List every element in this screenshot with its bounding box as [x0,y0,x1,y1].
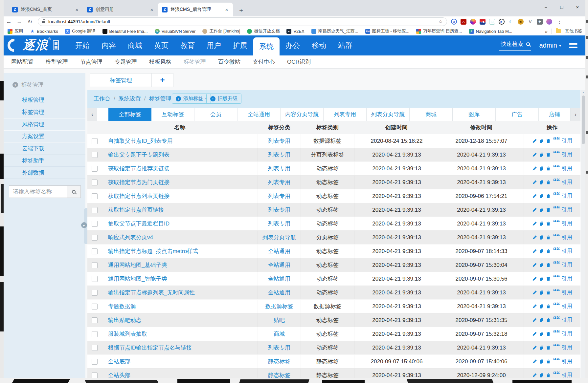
copy-icon[interactable] [539,318,544,323]
window-maximize-button[interactable]: □ [554,0,570,14]
main-nav-item-6[interactable]: 扩展 [227,35,253,55]
tag-name-link[interactable]: 根据节点ID输出指定节点名与链接 [102,341,258,354]
row-checkbox[interactable] [92,304,98,309]
row-checkbox[interactable] [92,235,98,241]
copy-icon[interactable] [539,359,544,364]
bookmark-item-0[interactable]: 应用 [8,28,23,34]
delete-icon[interactable] [546,152,551,157]
delete-icon[interactable] [546,207,551,212]
delete-icon[interactable] [546,290,551,295]
quote-label[interactable]: 引用 [562,248,572,255]
delete-icon[interactable] [546,318,551,323]
tag-search-input[interactable] [9,185,67,198]
ext-icon-puzzle[interactable]: ✚ [537,19,543,25]
main-nav-item-5[interactable]: 用户 [201,35,227,55]
window-minimize-button[interactable]: − [538,0,554,14]
tag-name-link[interactable]: 专题数据源 [102,300,258,313]
tag-name-link[interactable]: 获取指定节点列表页链接 [102,189,258,203]
edit-icon[interactable] [532,249,537,254]
ext-icon-a[interactable]: a [451,19,457,25]
quote-label[interactable]: 引用 [562,262,572,268]
quote-label[interactable]: 引用 [562,275,572,282]
other-bookmarks-label[interactable]: 其他书签 [565,28,582,34]
hamburger-icon[interactable] [569,43,577,48]
tag-name-link[interactable]: 服装城列表抽取 [102,327,258,341]
bookmark-item-4[interactable]: VVisualSVN Server [155,29,196,34]
bookmark-item-2[interactable]: 文Google 翻译 [65,28,96,34]
quote-label[interactable]: 引用 [562,165,572,172]
quote-action[interactable]: ““ [553,262,559,268]
filter-tab-2[interactable]: 会员 [194,108,237,121]
quote-action[interactable]: ““ [553,193,559,200]
sub-nav-item-3[interactable]: 专题管理 [115,58,137,66]
bookmark-item-5[interactable]: 工作台 [Jenkins] [202,28,240,34]
quote-label[interactable]: 引用 [562,358,572,365]
edit-icon[interactable] [532,290,537,295]
tag-name-link[interactable]: 全站头部 [102,369,258,378]
ext-icon-v[interactable]: V [527,19,533,25]
quote-label[interactable]: 引用 [562,234,572,241]
quote-label[interactable]: 引用 [562,344,572,351]
back-icon[interactable]: ← [4,18,14,25]
tab-close-icon[interactable]: × [149,7,155,12]
delete-icon[interactable] [546,331,551,336]
quote-label[interactable]: 引用 [562,193,572,200]
bookmark-item-8[interactable]: 南昌历史天气_江西... [311,28,358,34]
bookmark-star-icon[interactable]: ☆ [439,19,443,25]
sidebar-item-4[interactable]: 云端下载 [4,142,85,155]
sidebar-collapse-icon[interactable]: ▸ [81,222,87,228]
scrollbar-thumb[interactable] [582,96,585,144]
filter-tab-4[interactable]: 内容分页导航 [281,108,324,121]
row-checkbox[interactable] [92,331,98,337]
tag-name-link[interactable]: 获取指定节点首页链接 [102,203,258,217]
bookmark-item-10[interactable]: 万年历查询 日历查... [416,28,462,34]
edit-icon[interactable] [532,345,537,350]
quote-label[interactable]: 引用 [562,206,572,213]
user-menu[interactable]: admin ▾ [539,42,561,49]
quote-action[interactable]: ““ [553,276,559,282]
scroll-up-icon[interactable]: ▲ [581,90,585,95]
copy-icon[interactable] [539,194,544,199]
quote-label[interactable]: 引用 [562,220,572,227]
address-bar[interactable]: localhost:44391/admin/Default ☆ [38,17,447,26]
sidebar-item-1[interactable]: 标签管理 [4,106,85,118]
delete-icon[interactable] [546,138,551,143]
delete-icon[interactable] [546,373,551,378]
quote-action[interactable]: ““ [553,138,559,144]
copy-icon[interactable] [539,263,544,267]
row-checkbox[interactable] [92,290,98,296]
main-nav-item-8[interactable]: 办公 [280,35,306,55]
main-nav-item-4[interactable]: 教育 [174,35,201,55]
row-checkbox[interactable] [92,359,98,365]
quote-label[interactable]: 引用 [562,372,572,378]
tab-close-icon[interactable]: × [74,7,80,12]
copy-icon[interactable] [539,249,544,254]
tag-name-link[interactable]: 输出父专题下子专题列表 [102,148,258,161]
browser-tab-2[interactable]: Z逐浪CMS_后台管理× [158,3,233,16]
scroll-left-button[interactable]: ‹ [87,108,97,121]
forward-icon[interactable]: → [14,18,25,25]
bookmark-item-7[interactable]: ▸V2EX [286,29,304,34]
delete-icon[interactable] [546,180,551,185]
sidebar-item-5[interactable]: 标签助手 [4,155,85,167]
tag-name-link[interactable]: 输出指定节点标题列表_无时间属性 [102,286,258,299]
edit-icon[interactable] [532,331,537,336]
row-checkbox[interactable] [92,248,98,254]
ext-icon-frame[interactable]: ◱ [489,19,495,25]
edit-icon[interactable] [532,207,537,212]
sub-nav-item-7[interactable]: 支付中心 [253,58,275,66]
tag-name-link[interactable]: 通用网站地图_基础子类 [102,258,258,272]
main-nav-item-10[interactable]: 站群 [332,35,358,55]
edit-icon[interactable] [532,138,537,143]
main-nav-item-7[interactable]: 系统 [253,37,280,55]
tag-name-link[interactable]: 输出贴吧动态 [102,313,258,327]
delete-icon[interactable] [546,166,551,171]
row-checkbox[interactable] [92,317,98,323]
delete-icon[interactable] [546,249,551,254]
browser-tab-0[interactable]: Z逐浪CMS_首页× [8,3,83,16]
row-checkbox[interactable] [92,262,98,268]
sub-nav-item-0[interactable]: 网站配置 [11,58,34,66]
delete-icon[interactable] [546,263,551,267]
tag-name-link[interactable]: 通用网站地图_智能子类 [102,272,258,286]
breadcrumb-system-settings[interactable]: 系统设置 [119,95,141,102]
